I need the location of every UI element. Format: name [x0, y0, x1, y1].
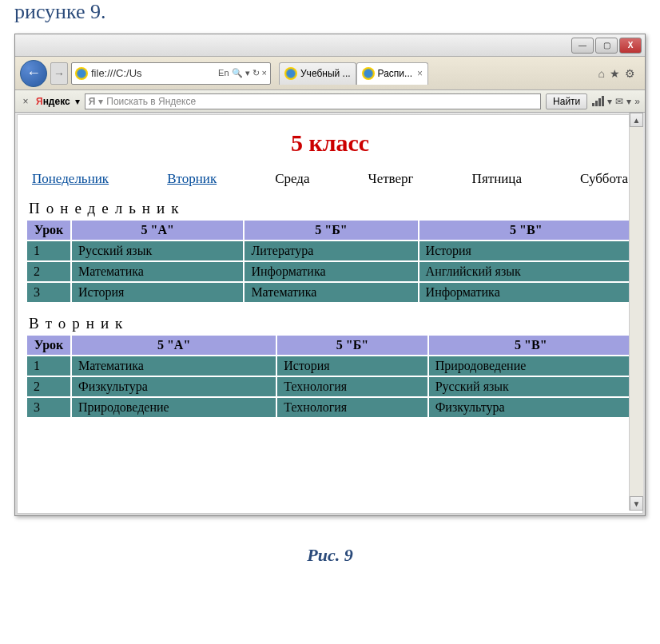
scroll-down-icon[interactable]: ▼: [630, 496, 643, 511]
ie-icon: [284, 67, 297, 80]
day-nav-item: Четверг: [368, 171, 414, 187]
maximize-button[interactable]: ▢: [595, 38, 618, 54]
yandex-close-icon[interactable]: ×: [20, 96, 31, 107]
column-header: Урок: [26, 220, 71, 241]
close-button[interactable]: X: [619, 38, 642, 54]
scroll-up-icon[interactable]: ▲: [630, 113, 643, 127]
table-cell: Природоведение: [428, 356, 634, 376]
lang-indicator: En: [218, 68, 229, 78]
table-cell: Технология: [276, 397, 427, 418]
column-header: 5 "А": [71, 335, 276, 356]
page-title: 5 класс: [26, 129, 634, 157]
table-cell: 3: [26, 397, 71, 418]
column-header: Урок: [26, 335, 71, 356]
day-nav-item: Суббота: [580, 171, 628, 187]
yandex-menu-dropdown[interactable]: ▾: [75, 96, 80, 107]
page-content: 5 класс ПонедельникВторникСредаЧетвергПя…: [17, 114, 643, 514]
yandex-logo[interactable]: Яндекс: [36, 96, 70, 107]
table-row: 3ИсторияМатематикаИнформатика: [26, 282, 634, 303]
table-cell: 1: [26, 356, 71, 376]
yandex-dropdown3[interactable]: ▾: [626, 96, 631, 107]
title-bar: — ▢ X: [15, 34, 645, 57]
yandex-more-button[interactable]: »: [634, 96, 640, 107]
yandex-dropdown-icon[interactable]: ▾: [98, 96, 103, 107]
tab-label: Распи...: [378, 68, 412, 79]
table-cell: История: [419, 241, 634, 261]
column-header: 5 "А": [71, 220, 244, 241]
table-cell: 2: [26, 376, 71, 397]
schedule-table: Урок5 "А"5 "Б"5 "В"1МатематикаИсторияПри…: [26, 334, 634, 419]
day-header: Вторник: [29, 315, 634, 332]
yandex-y-icon: Я: [89, 96, 96, 107]
column-header: 5 "В": [428, 335, 634, 356]
table-cell: История: [276, 356, 427, 376]
day-nav-item: Среда: [275, 171, 309, 187]
back-button[interactable]: ←: [20, 60, 47, 87]
tab-raspisanie[interactable]: Распи... ×: [356, 62, 429, 85]
table-row: 1Русский языкЛитератураИстория: [26, 241, 634, 261]
yandex-placeholder: Поискать в Яндексе: [106, 96, 196, 107]
table-cell: Математика: [71, 261, 244, 282]
table-cell: Литература: [244, 241, 418, 261]
tab-label: Учебный ...: [300, 68, 351, 79]
address-bar[interactable]: file:///C:/Us En 🔍 ▾ ↻ ×: [71, 62, 271, 85]
table-cell: Русский язык: [428, 376, 634, 397]
vertical-scrollbar[interactable]: ▲ ▼: [629, 113, 643, 511]
ie-icon: [362, 67, 375, 80]
surrounding-text: рисунке 9.: [0, 0, 660, 34]
minimize-button[interactable]: —: [571, 38, 594, 54]
table-cell: 2: [26, 261, 71, 282]
ie-icon: [75, 67, 88, 80]
reload-button[interactable]: ↻: [252, 68, 260, 78]
table-cell: Природоведение: [71, 397, 276, 418]
table-cell: Физкультура: [71, 376, 276, 397]
table-cell: Математика: [71, 356, 276, 376]
table-cell: Физкультура: [428, 397, 634, 418]
table-cell: Информатика: [419, 282, 634, 303]
browser-window: — ▢ X ← → file:///C:/Us En 🔍 ▾ ↻ × Учеб: [14, 34, 646, 516]
search-dropdown[interactable]: ▾: [245, 68, 250, 78]
table-row: 2ФизкультураТехнологияРусский язык: [26, 376, 634, 397]
tools-icon[interactable]: ⚙: [625, 67, 635, 80]
signal-icon[interactable]: [592, 96, 604, 106]
day-header: Понедельник: [29, 200, 634, 217]
favorites-icon[interactable]: ★: [610, 67, 620, 80]
yandex-search-input[interactable]: Я ▾ Поискать в Яндексе: [85, 93, 541, 109]
url-text: file:///C:/Us: [91, 67, 215, 79]
table-cell: Информатика: [244, 261, 418, 282]
yandex-toolbar: × Яндекс ▾ Я ▾ Поискать в Яндексе Найти …: [15, 90, 645, 113]
tab-uchebny[interactable]: Учебный ...: [279, 62, 356, 85]
table-cell: Русский язык: [71, 241, 244, 261]
column-header: 5 "Б": [276, 335, 427, 356]
table-cell: 3: [26, 282, 71, 303]
tab-close-icon[interactable]: ×: [417, 68, 423, 79]
day-nav-item[interactable]: Понедельник: [32, 171, 109, 187]
table-cell: Математика: [244, 282, 418, 303]
table-row: 3ПриродоведениеТехнологияФизкультура: [26, 397, 634, 418]
column-header: 5 "Б": [244, 220, 418, 241]
home-icon[interactable]: ⌂: [598, 67, 605, 80]
table-cell: 1: [26, 241, 71, 261]
schedule-table: Урок5 "А"5 "Б"5 "В"1Русский языкЛитерату…: [26, 219, 634, 304]
table-cell: Английский язык: [419, 261, 634, 282]
stop-button[interactable]: ×: [262, 68, 267, 78]
forward-button[interactable]: →: [50, 62, 68, 85]
table-row: 1МатематикаИсторияПриродоведение: [26, 356, 634, 376]
search-icon[interactable]: 🔍: [232, 68, 243, 78]
yandex-dropdown2[interactable]: ▾: [607, 96, 612, 107]
table-cell: Технология: [276, 376, 427, 397]
tab-strip: Учебный ... Распи... ×: [279, 62, 590, 85]
day-nav-item[interactable]: Вторник: [167, 171, 217, 187]
yandex-mail-icon[interactable]: ✉: [615, 96, 623, 107]
table-cell: История: [71, 282, 244, 303]
yandex-find-button[interactable]: Найти: [546, 93, 587, 109]
column-header: 5 "В": [419, 220, 634, 241]
nav-bar: ← → file:///C:/Us En 🔍 ▾ ↻ × Учебный ...: [15, 57, 645, 90]
day-nav-item: Пятница: [472, 171, 522, 187]
table-row: 2МатематикаИнформатикаАнглийский язык: [26, 261, 634, 282]
days-nav: ПонедельникВторникСредаЧетвергПятницаСуб…: [32, 171, 628, 187]
figure-caption: Рис. 9: [0, 545, 660, 566]
